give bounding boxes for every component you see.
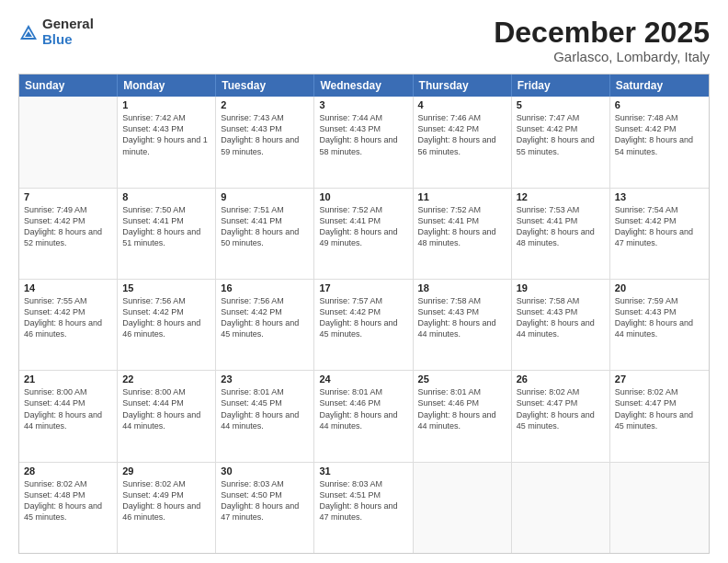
cell-info: Sunrise: 7:58 AM Sunset: 4:43 PM Dayligh… (418, 295, 506, 340)
cell-info: Sunrise: 8:03 AM Sunset: 4:51 PM Dayligh… (319, 478, 407, 523)
cell-info: Sunrise: 8:01 AM Sunset: 4:45 PM Dayligh… (221, 386, 309, 431)
header-saturday: Saturday (610, 75, 709, 97)
day-number: 27 (615, 373, 704, 385)
day-number: 31 (319, 465, 407, 477)
day-number: 8 (122, 191, 210, 202)
day-number: 6 (615, 99, 704, 110)
cell-info: Sunrise: 8:00 AM Sunset: 4:44 PM Dayligh… (24, 386, 112, 431)
cell-info: Sunrise: 8:02 AM Sunset: 4:47 PM Dayligh… (517, 386, 605, 431)
logo: General Blue (18, 17, 94, 47)
header-wednesday: Wednesday (314, 75, 413, 97)
day-number: 22 (122, 373, 210, 385)
day-number: 14 (24, 282, 112, 293)
calendar-cell: 29Sunrise: 8:02 AM Sunset: 4:49 PM Dayli… (118, 463, 216, 553)
cell-info: Sunrise: 7:46 AM Sunset: 4:42 PM Dayligh… (418, 112, 506, 157)
calendar-cell: 11Sunrise: 7:52 AM Sunset: 4:41 PM Dayli… (414, 189, 512, 279)
calendar-cell (19, 97, 118, 187)
calendar-cell: 26Sunrise: 8:02 AM Sunset: 4:47 PM Dayli… (512, 371, 610, 461)
calendar-cell: 13Sunrise: 7:54 AM Sunset: 4:42 PM Dayli… (610, 189, 709, 279)
calendar-cell: 20Sunrise: 7:59 AM Sunset: 4:43 PM Dayli… (610, 280, 709, 370)
day-number: 26 (517, 373, 605, 385)
cell-info: Sunrise: 7:51 AM Sunset: 4:41 PM Dayligh… (221, 204, 309, 249)
calendar-cell: 8Sunrise: 7:50 AM Sunset: 4:41 PM Daylig… (118, 189, 216, 279)
month-title: December 2025 (494, 17, 710, 49)
day-number: 21 (24, 373, 112, 385)
calendar-cell (512, 463, 610, 553)
calendar-cell: 3Sunrise: 7:44 AM Sunset: 4:43 PM Daylig… (314, 97, 413, 187)
cell-info: Sunrise: 7:43 AM Sunset: 4:43 PM Dayligh… (221, 112, 309, 157)
day-number: 7 (24, 191, 112, 202)
header: General Blue December 2025 Garlasco, Lom… (18, 17, 710, 64)
cell-info: Sunrise: 8:02 AM Sunset: 4:49 PM Dayligh… (122, 478, 210, 523)
calendar-cell: 22Sunrise: 8:00 AM Sunset: 4:44 PM Dayli… (118, 371, 216, 461)
day-number: 5 (517, 99, 605, 110)
calendar-cell: 31Sunrise: 8:03 AM Sunset: 4:51 PM Dayli… (314, 463, 413, 553)
day-number: 13 (615, 191, 704, 202)
header-tuesday: Tuesday (216, 75, 314, 97)
cell-info: Sunrise: 8:03 AM Sunset: 4:50 PM Dayligh… (221, 478, 309, 523)
cell-info: Sunrise: 7:54 AM Sunset: 4:42 PM Dayligh… (615, 204, 704, 249)
calendar-cell: 16Sunrise: 7:56 AM Sunset: 4:42 PM Dayli… (216, 280, 314, 370)
calendar-cell: 2Sunrise: 7:43 AM Sunset: 4:43 PM Daylig… (216, 97, 314, 187)
calendar-cell: 12Sunrise: 7:53 AM Sunset: 4:41 PM Dayli… (512, 189, 610, 279)
location: Garlasco, Lombardy, Italy (494, 49, 710, 64)
calendar-cell: 1Sunrise: 7:42 AM Sunset: 4:43 PM Daylig… (118, 97, 216, 187)
calendar-week-1: 1Sunrise: 7:42 AM Sunset: 4:43 PM Daylig… (19, 97, 709, 187)
calendar-header: Sunday Monday Tuesday Wednesday Thursday… (19, 75, 709, 97)
cell-info: Sunrise: 7:52 AM Sunset: 4:41 PM Dayligh… (418, 204, 506, 249)
calendar-body: 1Sunrise: 7:42 AM Sunset: 4:43 PM Daylig… (19, 97, 709, 553)
day-number: 20 (615, 282, 704, 293)
day-number: 29 (122, 465, 210, 477)
cell-info: Sunrise: 8:00 AM Sunset: 4:44 PM Dayligh… (122, 386, 210, 431)
day-number: 28 (24, 465, 112, 477)
cell-info: Sunrise: 7:59 AM Sunset: 4:43 PM Dayligh… (615, 295, 704, 340)
calendar-cell: 28Sunrise: 8:02 AM Sunset: 4:48 PM Dayli… (19, 463, 118, 553)
calendar-cell: 18Sunrise: 7:58 AM Sunset: 4:43 PM Dayli… (414, 280, 512, 370)
calendar-cell: 4Sunrise: 7:46 AM Sunset: 4:42 PM Daylig… (414, 97, 512, 187)
cell-info: Sunrise: 7:50 AM Sunset: 4:41 PM Dayligh… (122, 204, 210, 249)
page: General Blue December 2025 Garlasco, Lom… (0, 0, 728, 563)
cell-info: Sunrise: 8:01 AM Sunset: 4:46 PM Dayligh… (418, 386, 506, 431)
day-number: 30 (221, 465, 309, 477)
calendar-week-5: 28Sunrise: 8:02 AM Sunset: 4:48 PM Dayli… (19, 462, 709, 553)
header-thursday: Thursday (414, 75, 512, 97)
logo-icon (18, 23, 39, 43)
cell-info: Sunrise: 7:56 AM Sunset: 4:42 PM Dayligh… (122, 295, 210, 340)
day-number: 2 (221, 99, 309, 110)
logo-blue-label: Blue (42, 32, 94, 48)
cell-info: Sunrise: 7:52 AM Sunset: 4:41 PM Dayligh… (319, 204, 407, 249)
day-number: 23 (221, 373, 309, 385)
day-number: 17 (319, 282, 407, 293)
cell-info: Sunrise: 7:57 AM Sunset: 4:42 PM Dayligh… (319, 295, 407, 340)
calendar-cell: 14Sunrise: 7:55 AM Sunset: 4:42 PM Dayli… (19, 280, 118, 370)
cell-info: Sunrise: 8:01 AM Sunset: 4:46 PM Dayligh… (319, 386, 407, 431)
calendar-week-3: 14Sunrise: 7:55 AM Sunset: 4:42 PM Dayli… (19, 279, 709, 370)
day-number: 24 (319, 373, 407, 385)
cell-info: Sunrise: 8:02 AM Sunset: 4:48 PM Dayligh… (24, 478, 112, 523)
day-number: 15 (122, 282, 210, 293)
day-number: 1 (122, 99, 210, 110)
calendar-cell: 25Sunrise: 8:01 AM Sunset: 4:46 PM Dayli… (414, 371, 512, 461)
calendar-cell: 9Sunrise: 7:51 AM Sunset: 4:41 PM Daylig… (216, 189, 314, 279)
calendar-cell (414, 463, 512, 553)
calendar-cell (610, 463, 709, 553)
calendar-cell: 7Sunrise: 7:49 AM Sunset: 4:42 PM Daylig… (19, 189, 118, 279)
day-number: 9 (221, 191, 309, 202)
calendar-cell: 24Sunrise: 8:01 AM Sunset: 4:46 PM Dayli… (314, 371, 413, 461)
calendar-cell: 23Sunrise: 8:01 AM Sunset: 4:45 PM Dayli… (216, 371, 314, 461)
calendar-cell: 10Sunrise: 7:52 AM Sunset: 4:41 PM Dayli… (314, 189, 413, 279)
day-number: 18 (418, 282, 506, 293)
cell-info: Sunrise: 7:48 AM Sunset: 4:42 PM Dayligh… (615, 112, 704, 157)
cell-info: Sunrise: 7:53 AM Sunset: 4:41 PM Dayligh… (517, 204, 605, 249)
cell-info: Sunrise: 7:42 AM Sunset: 4:43 PM Dayligh… (122, 112, 210, 157)
day-number: 12 (517, 191, 605, 202)
day-number: 10 (319, 191, 407, 202)
logo-general-label: General (42, 17, 94, 32)
day-number: 16 (221, 282, 309, 293)
calendar-cell: 30Sunrise: 8:03 AM Sunset: 4:50 PM Dayli… (216, 463, 314, 553)
calendar-cell: 19Sunrise: 7:58 AM Sunset: 4:43 PM Dayli… (512, 280, 610, 370)
day-number: 11 (418, 191, 506, 202)
day-number: 19 (517, 282, 605, 293)
cell-info: Sunrise: 7:56 AM Sunset: 4:42 PM Dayligh… (221, 295, 309, 340)
day-number: 3 (319, 99, 407, 110)
